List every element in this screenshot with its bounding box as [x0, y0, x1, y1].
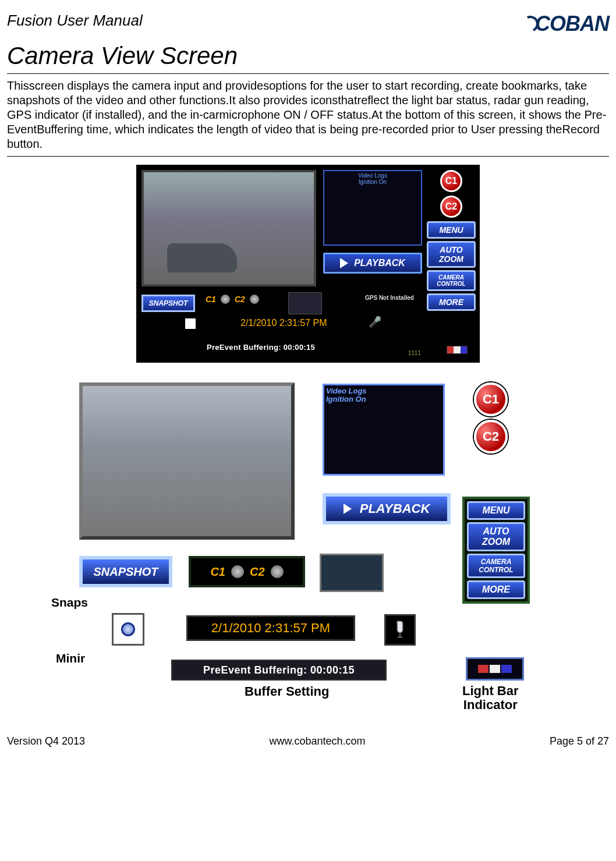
- lightbar-red-icon: [478, 665, 488, 673]
- preevent-buffer-display: PreEvent Buffering: 00:00:15: [207, 343, 315, 352]
- more-button[interactable]: MORE: [427, 293, 476, 311]
- callout-minimize-button[interactable]: [112, 613, 144, 646]
- callout-buffer-display: PreEvent Buffering: 00:00:15: [171, 660, 387, 681]
- body-paragraph: Thisscreen displays the camera input and…: [7, 79, 609, 151]
- playback-label: PLAYBACK: [354, 258, 405, 268]
- microphone-icon: [392, 620, 408, 640]
- callout-record-c2-button[interactable]: C2: [474, 420, 508, 453]
- menu-button[interactable]: MENU: [467, 501, 525, 520]
- page-footer: Version Q4 2013 www.cobantech.com Page 5…: [7, 735, 609, 747]
- callout-microphone-button[interactable]: [384, 614, 416, 646]
- camera-control-button[interactable]: CAMERACONTROL: [467, 554, 525, 578]
- page-title: Camera View Screen: [7, 42, 609, 70]
- playback-button[interactable]: PLAYBACK: [323, 253, 422, 274]
- callout-lightbar-indicator: [466, 657, 524, 681]
- timestamp-display: 2/1/2010 2:31:57 PM: [240, 318, 327, 328]
- bottom-number: 1111: [408, 350, 421, 356]
- log-line: Ignition On: [326, 395, 441, 403]
- footer-page: Page 5 of 27: [550, 735, 609, 747]
- camera-status-indicators: C1 C2: [206, 295, 259, 304]
- label-buffer-setting: Buffer Setting: [245, 684, 329, 699]
- callout-camera-status: C1 C2: [189, 556, 305, 587]
- footer-version: Version Q4 2013: [7, 735, 85, 747]
- c2-status-icon: [271, 565, 284, 578]
- more-button[interactable]: MORE: [467, 580, 525, 599]
- label-snapshot: Snaps: [51, 596, 88, 610]
- auto-zoom-button[interactable]: AUTOZOOM: [427, 241, 476, 268]
- brand-logo: COBAN: [522, 12, 609, 36]
- callout-timestamp: 2/1/2010 2:31:57 PM: [186, 615, 355, 641]
- play-icon: [340, 258, 348, 268]
- microphone-icon[interactable]: 🎤: [369, 316, 381, 328]
- c2-label: C2: [235, 295, 245, 304]
- gps-status: GPS Not Installed: [365, 295, 414, 301]
- log-header: Video Logs: [325, 172, 420, 179]
- auto-zoom-button[interactable]: AUTOZOOM: [467, 522, 525, 551]
- playback-label: PLAYBACK: [360, 501, 430, 516]
- callout-camera-preview: [79, 382, 295, 540]
- c1-label: C1: [210, 565, 225, 579]
- callouts-figure: Video Logs Ignition On PLAYBACK C1 C2 ME…: [55, 382, 561, 732]
- record-c1-button[interactable]: C1: [440, 170, 462, 192]
- brand-name: COBAN: [535, 12, 609, 36]
- record-c2-button[interactable]: C2: [440, 196, 462, 218]
- video-log-panel: Video Logs Ignition On: [323, 170, 422, 246]
- c1-status-icon: [231, 565, 244, 578]
- play-icon: [344, 504, 352, 514]
- log-line: Ignition On: [325, 179, 420, 185]
- main-screenshot-figure: Video Logs Ignition On PLAYBACK C1 C2 ME…: [7, 165, 609, 365]
- c1-status-icon: [221, 295, 230, 304]
- callout-playback-button[interactable]: PLAYBACK: [323, 493, 451, 525]
- label-minimize: Minir: [56, 651, 85, 665]
- document-title: Fusion User Manual: [7, 12, 143, 30]
- secondary-camera-thumbnail[interactable]: [288, 292, 322, 314]
- footer-url: www.cobantech.com: [269, 735, 365, 747]
- label-lightbar: Light BarIndicator: [462, 684, 519, 712]
- callout-secondary-thumbnail[interactable]: [320, 554, 384, 592]
- c1-label: C1: [206, 295, 216, 304]
- lightbar-blue-icon: [501, 665, 512, 673]
- camera-control-button[interactable]: CAMERACONTROL: [427, 270, 476, 291]
- snapshot-button[interactable]: SNAPSHOT: [141, 295, 195, 312]
- log-header: Video Logs: [326, 387, 441, 395]
- divider: [7, 156, 609, 157]
- minimize-icon: [121, 622, 135, 636]
- callout-menu-column: MENU AUTOZOOM CAMERACONTROL MORE: [462, 497, 530, 604]
- callout-snapshot-button[interactable]: SNAPSHOT: [79, 556, 172, 587]
- camera-preview: [141, 170, 316, 286]
- lightbar-white-icon: [490, 665, 500, 673]
- lightbar-indicator: [447, 346, 468, 354]
- c2-status-icon: [250, 295, 259, 304]
- callout-video-log: Video Logs Ignition On: [323, 384, 445, 476]
- callout-record-c1-button[interactable]: C1: [474, 382, 508, 416]
- menu-button[interactable]: MENU: [427, 221, 476, 239]
- c2-label: C2: [250, 565, 265, 579]
- divider: [7, 73, 609, 74]
- minimize-button[interactable]: [185, 318, 196, 329]
- camera-view-screenshot: Video Logs Ignition On PLAYBACK C1 C2 ME…: [136, 165, 480, 363]
